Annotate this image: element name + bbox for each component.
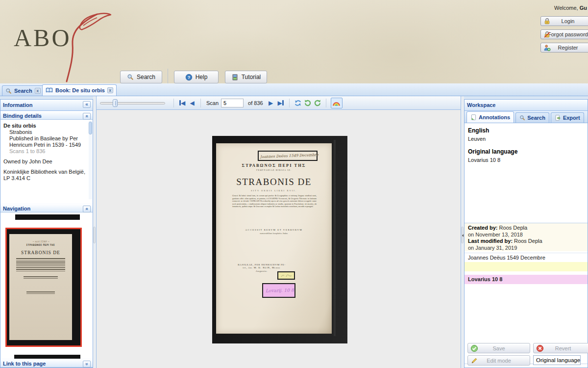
header-button-divider [168, 69, 168, 83]
rainbow-icon [332, 99, 341, 106]
rotate-right-icon [314, 99, 321, 107]
book-library-line2: LP 3.414 C [3, 175, 88, 182]
information-panel-header: Information « [0, 100, 93, 111]
save-check-icon [470, 344, 478, 352]
binding-scrollbar[interactable] [89, 121, 92, 199]
forgot-password-button[interactable]: Forgot password [540, 29, 588, 39]
nav-thumbnail-previous[interactable] [15, 214, 80, 220]
search-icon [127, 74, 134, 80]
search-icon [519, 115, 525, 121]
revert-cancel-icon [536, 344, 544, 352]
viewer-toolbar: ◀ ◀ Scan of 836 ▶ ▶ [97, 96, 461, 110]
last-page-button[interactable]: ▶ [276, 98, 286, 108]
previous-page-button[interactable]: ◀ [187, 98, 197, 108]
book-title: De situ orbis [3, 123, 88, 129]
scan-page: Joannes Deëus 1549 Decembre ΣΤΡΑΒΩΝΟΣ ΠΕ… [216, 143, 332, 334]
annotation-list-item-yellow[interactable] [465, 262, 588, 271]
workspace-panel: Workspace Annotations Search Export Engl… [464, 99, 588, 368]
annotations-content: English Leuven Original language Lovariu… [465, 124, 588, 368]
annotations-page-icon [470, 114, 477, 121]
tab-workspace-search[interactable]: Search [515, 112, 549, 123]
tab-book[interactable]: Book: De situ orbis x [42, 84, 117, 96]
book-published-line2: Henricum Petri in 1539 - 1549 [3, 142, 88, 148]
quill-logo-icon [53, 9, 122, 82]
rotate-left-button[interactable] [303, 98, 313, 108]
book-scan-range: Scans 1 to 836 [3, 148, 88, 155]
annotation-highlight-toggle[interactable] [331, 98, 343, 108]
annotation-region-pink[interactable]: Lovarij. 10 8 [262, 283, 295, 298]
collapse-arrow-icon [462, 234, 464, 237]
scan-image: Joannes Deëus 1549 Decembre ΣΤΡΑΒΩΝΟΣ ΠΕ… [212, 136, 347, 343]
link-to-this-page-header[interactable]: Link to this page « [0, 359, 93, 368]
annotation-metadata: Created by: Roos Depla on November 13, 2… [465, 223, 588, 251]
book-library-line1: Koninklijke Bibliotheek van België, [3, 169, 88, 175]
expand-section-icon[interactable]: « [83, 361, 91, 368]
slider-handle[interactable] [113, 99, 118, 107]
help-button[interactable]: ? Help [174, 71, 219, 83]
collapse-section-icon[interactable]: « [83, 113, 91, 120]
book-tab-icon [46, 87, 53, 94]
book-owner: Owned by John Dee [3, 158, 88, 165]
collapse-section-icon[interactable]: « [83, 206, 91, 212]
annotation-original-value: Lovarius 10 8 [468, 157, 500, 163]
tab-search[interactable]: Search x [2, 85, 44, 96]
annotation-list-item-pink-selected[interactable]: Lovarius 10 8 [465, 275, 588, 284]
edit-mode-button[interactable]: Edit mode [467, 355, 530, 366]
scan-total-label: of 836 [248, 100, 263, 106]
close-tab-icon[interactable]: x [35, 88, 41, 94]
information-panel: Information « Binding details « De situ … [0, 99, 93, 368]
language-combobox[interactable]: Original language [533, 355, 581, 365]
tutorial-button[interactable]: Tutorial [225, 71, 267, 83]
lock-icon [543, 18, 551, 25]
scan-label: Scan [206, 100, 219, 106]
close-tab-icon[interactable]: x [107, 87, 113, 93]
register-user-icon [543, 44, 551, 52]
tab-export[interactable]: Export [551, 112, 584, 123]
login-button[interactable]: Login [540, 16, 588, 26]
annotation-region-top[interactable]: Joannes Deëus 1549 Decembre [258, 151, 318, 161]
slider-track[interactable] [100, 102, 165, 105]
help-icon: ? [185, 74, 193, 81]
workspace-tabstrip: Annotations Search Export [465, 111, 588, 123]
zoom-slider[interactable] [100, 99, 165, 107]
lock-reset-icon [543, 31, 551, 38]
export-icon [555, 114, 561, 121]
annotation-translation-value: Leuven [468, 136, 486, 142]
workspace-panel-header: Workspace [465, 100, 588, 111]
splitter-grip[interactable] [461, 227, 464, 243]
splitter-grip[interactable] [93, 227, 96, 243]
annotation-language-heading: English [468, 127, 489, 134]
nav-thumbnail-current[interactable]: ~ scri 1549 ~ ΣΤΡΑΒΩΝΟΣ ΠΕΡΙ ΤΗΣ STRABON… [5, 228, 82, 347]
annotation-list-item[interactable]: Joannes Deëus 1549 Decembre [465, 253, 588, 262]
first-page-button[interactable]: ◀ [177, 98, 187, 108]
book-author: Strabonis [3, 129, 88, 135]
tutorial-film-icon [231, 74, 239, 81]
site-header: ABO Welcome, Gu Login Forgot password Re… [0, 0, 588, 83]
annotation-language-heading: Original language [468, 148, 517, 155]
register-button[interactable]: Register [540, 43, 588, 53]
thumbnail-page-preview: ~ scri 1549 ~ ΣΤΡΑΒΩΝΟΣ ΠΕΡΙ ΤΗΣ STRABON… [9, 234, 72, 340]
rotate-right-button[interactable] [313, 98, 322, 108]
scan-number-input[interactable] [221, 99, 244, 107]
revert-button[interactable]: Revert [533, 343, 588, 353]
scan-viewer-region: ◀ ◀ Scan of 836 ▶ ▶ [96, 96, 461, 368]
next-page-button[interactable]: ▶ [266, 98, 276, 108]
refresh-button[interactable] [293, 98, 303, 108]
abo-application: ABO Welcome, Gu Login Forgot password Re… [0, 0, 588, 368]
book-published-line1: Published in Basileae by Per [3, 135, 88, 142]
search-button[interactable]: Search [120, 71, 162, 83]
scan-viewport: Joannes Deëus 1549 Decembre ΣΤΡΑΒΩΝΟΣ ΠΕ… [97, 110, 461, 368]
annotation-region-yellow[interactable] [277, 271, 295, 280]
collapse-panel-icon[interactable]: « [83, 101, 91, 108]
rotate-left-icon [304, 99, 312, 107]
tab-annotations[interactable]: Annotations [466, 111, 514, 123]
navigation-thumbnails: ~ scri 1549 ~ ΣΤΡΑΒΩΝΟΣ ΠΕΡΙ ΤΗΣ STRABON… [0, 212, 93, 361]
save-button[interactable]: Save [467, 343, 530, 353]
main-tabstrip: Search x Book: De situ orbis x [0, 83, 588, 96]
scrollbar-thumb[interactable] [89, 122, 92, 134]
svg-text:?: ? [187, 75, 190, 79]
refresh-icon [294, 99, 302, 107]
welcome-text: Welcome, Gu [554, 5, 587, 11]
navigation-header: Navigation « [0, 204, 93, 212]
binding-details-content: De situ orbis Strabonis Published in Bas… [0, 120, 93, 204]
